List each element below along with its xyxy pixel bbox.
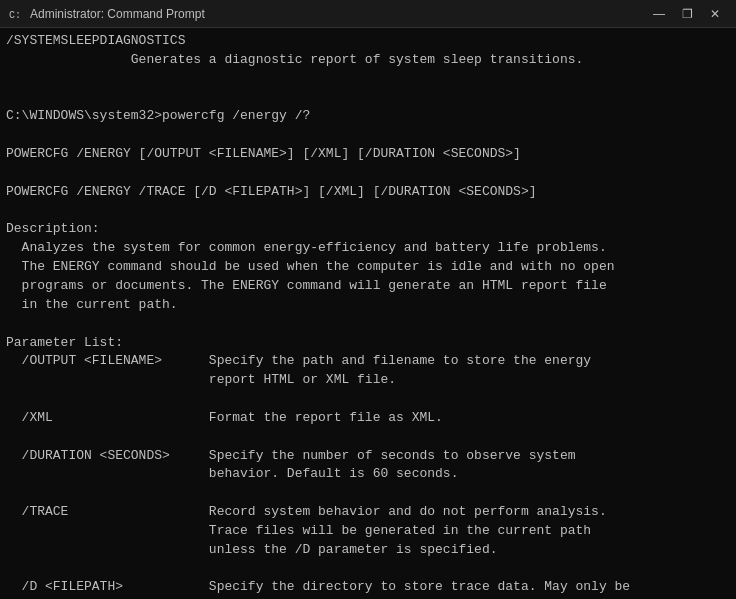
- terminal-line: Trace files will be generated in the cur…: [6, 522, 730, 541]
- window: C: Administrator: Command Prompt — ❐ ✕ /…: [0, 0, 736, 599]
- terminal-line: /XML Format the report file as XML.: [6, 409, 730, 428]
- svg-text:C:: C:: [9, 10, 21, 21]
- terminal-line: /DURATION <SECONDS> Specify the number o…: [6, 447, 730, 466]
- terminal-line: programs or documents. The ENERGY comman…: [6, 277, 730, 296]
- terminal-line: unless the /D parameter is specified.: [6, 541, 730, 560]
- terminal-line: [6, 428, 730, 447]
- cmd-icon: C:: [8, 6, 24, 22]
- terminal-line: The ENERGY command should be used when t…: [6, 258, 730, 277]
- terminal-line: /TRACE Record system behavior and do not…: [6, 503, 730, 522]
- terminal-line: /D <FILEPATH> Specify the directory to s…: [6, 578, 730, 597]
- terminal-line: POWERCFG /ENERGY [/OUTPUT <FILENAME>] [/…: [6, 145, 730, 164]
- terminal-line: report HTML or XML file.: [6, 371, 730, 390]
- restore-button[interactable]: ❐: [674, 4, 700, 24]
- terminal-body[interactable]: /SYSTEMSLEEPDIAGNOSTICS Generates a diag…: [0, 28, 736, 599]
- terminal-line: [6, 484, 730, 503]
- terminal-line: /OUTPUT <FILENAME> Specify the path and …: [6, 352, 730, 371]
- terminal-line: [6, 70, 730, 89]
- terminal-line: /SYSTEMSLEEPDIAGNOSTICS: [6, 32, 730, 51]
- terminal-line: behavior. Default is 60 seconds.: [6, 465, 730, 484]
- terminal-line: in the current path.: [6, 296, 730, 315]
- title-bar: C: Administrator: Command Prompt — ❐ ✕: [0, 0, 736, 28]
- terminal-line: [6, 126, 730, 145]
- title-bar-controls: — ❐ ✕: [646, 4, 728, 24]
- close-button[interactable]: ✕: [702, 4, 728, 24]
- terminal-line: Parameter List:: [6, 334, 730, 353]
- terminal-line: POWERCFG /ENERGY /TRACE [/D <FILEPATH>] …: [6, 183, 730, 202]
- window-title: Administrator: Command Prompt: [30, 7, 205, 21]
- terminal-line: Generates a diagnostic report of system …: [6, 51, 730, 70]
- terminal-line: [6, 202, 730, 221]
- terminal-line: Analyzes the system for common energy-ef…: [6, 239, 730, 258]
- terminal-line: Description:: [6, 220, 730, 239]
- title-bar-left: C: Administrator: Command Prompt: [8, 6, 205, 22]
- terminal-line: [6, 390, 730, 409]
- terminal-line: [6, 560, 730, 579]
- minimize-button[interactable]: —: [646, 4, 672, 24]
- terminal-line: [6, 315, 730, 334]
- terminal-line: [6, 89, 730, 108]
- terminal-line: C:\WINDOWS\system32>powercfg /energy /?: [6, 107, 730, 126]
- terminal-line: [6, 164, 730, 183]
